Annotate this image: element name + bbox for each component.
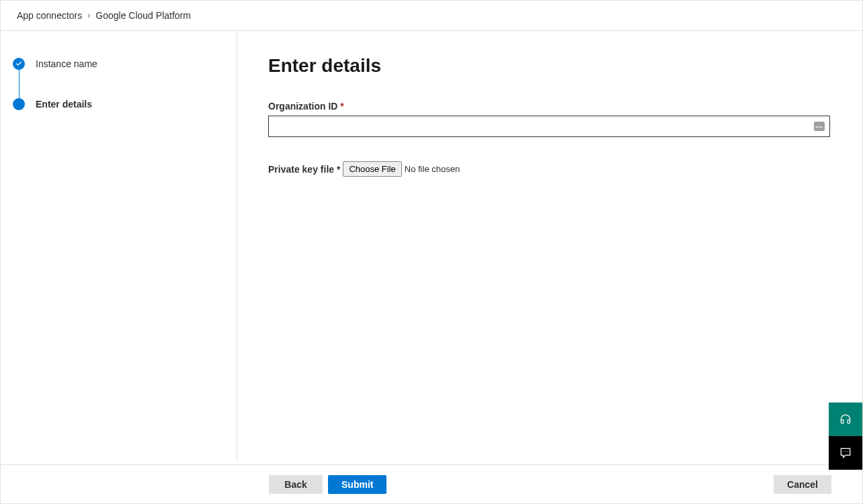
wizard-step-label: Instance name xyxy=(36,58,97,69)
breadcrumb-parent[interactable]: App connectors xyxy=(17,10,82,21)
org-id-group: Organization ID * ••• xyxy=(268,101,831,137)
chevron-right-icon: › xyxy=(87,11,90,20)
checkmark-icon xyxy=(13,58,25,70)
footer-bar: Back Submit Cancel xyxy=(1,464,862,503)
cancel-button[interactable]: Cancel xyxy=(774,475,831,494)
floating-buttons xyxy=(829,403,862,470)
breadcrumb-current: Google Cloud Platform xyxy=(95,10,191,21)
step-connector xyxy=(19,70,19,98)
submit-button[interactable]: Submit xyxy=(328,475,386,494)
page-title: Enter details xyxy=(268,55,831,77)
headset-icon xyxy=(839,413,852,426)
content-area: Enter details Organization ID * ••• Priv… xyxy=(237,31,862,461)
wizard-step-enter-details[interactable]: Enter details xyxy=(13,98,224,110)
back-button[interactable]: Back xyxy=(269,475,323,494)
file-status-text: No file chosen xyxy=(405,164,460,174)
org-id-input[interactable] xyxy=(268,116,830,137)
breadcrumb: App connectors › Google Cloud Platform xyxy=(1,1,862,31)
wizard-steps: Instance name Enter details xyxy=(1,31,237,461)
current-step-icon xyxy=(13,98,25,110)
choose-file-button[interactable]: Choose File xyxy=(343,161,401,177)
support-button[interactable] xyxy=(829,403,862,436)
wizard-step-instance-name[interactable]: Instance name xyxy=(13,58,224,70)
private-key-label: Private key file * xyxy=(268,164,340,175)
required-asterisk: * xyxy=(340,101,343,112)
org-id-label: Organization ID * xyxy=(268,101,831,112)
private-key-group: Private key file * Choose File No file c… xyxy=(268,161,831,177)
feedback-button[interactable] xyxy=(829,436,862,470)
input-suggestion-icon[interactable]: ••• xyxy=(814,122,825,131)
chat-icon xyxy=(839,446,852,460)
wizard-step-label: Enter details xyxy=(36,99,92,110)
